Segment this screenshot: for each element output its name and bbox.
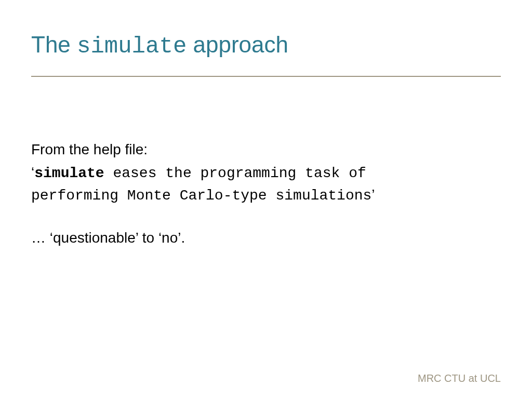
quote-block: ‘simulate eases the programming task of … xyxy=(31,162,501,206)
quote-line1: eases the programming task of xyxy=(104,165,366,181)
conclusion-line: … ‘questionable’ to ‘no’. xyxy=(31,228,501,249)
slide-title: The simulate approach xyxy=(31,31,501,60)
body-content: From the help file: ‘simulate eases the … xyxy=(31,139,501,248)
title-mono: simulate xyxy=(77,33,187,59)
title-suffix: approach xyxy=(187,32,288,57)
intro-line: From the help file: xyxy=(31,139,501,161)
quote-bold: simulate xyxy=(34,165,104,181)
slide-container: The simulate approach From the help file… xyxy=(0,0,532,399)
title-prefix: The xyxy=(31,32,77,57)
quote-close: ’ xyxy=(371,187,375,203)
quote-line2: performing Monte Carlo-type simulations xyxy=(31,188,371,204)
title-divider xyxy=(31,76,501,77)
footer-text: MRC CTU at UCL xyxy=(418,373,501,384)
